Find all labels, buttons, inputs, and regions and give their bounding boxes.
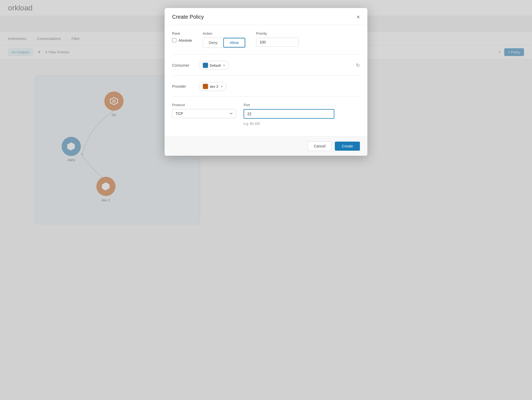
rank-action-priority-row: Rank Absolute Action Deny Allow <box>172 31 360 48</box>
create-button[interactable]: Create <box>335 142 360 151</box>
provider-row: Provider 🛡 dev 3 ▾ <box>172 82 360 91</box>
consumer-chevron: ▾ <box>223 64 225 67</box>
consumer-selector[interactable]: 🛡 Default ▾ <box>199 61 229 70</box>
cancel-button[interactable]: Cancel <box>308 141 332 151</box>
modal-title: Create Policy <box>172 14 204 20</box>
priority-label: Priority <box>256 31 299 35</box>
protocol-port-section: Protocol TCP UDP ICMP Any Port e.g. 80-1… <box>172 103 360 126</box>
consumer-row: Consumer 🛡 Default ▾ ↻ <box>172 61 360 70</box>
rank-label: Rank <box>172 31 192 35</box>
rank-group: Rank Absolute <box>172 31 192 42</box>
provider-label: Provider <box>172 84 193 89</box>
absolute-checkbox[interactable] <box>172 38 176 42</box>
consumer-icon: 🛡 <box>203 63 208 68</box>
refresh-button[interactable]: ↻ <box>356 62 360 68</box>
modal-close-button[interactable]: × <box>356 14 360 20</box>
absolute-label: Absolute <box>178 38 192 42</box>
action-group: Action Deny Allow <box>203 31 245 48</box>
priority-group: Priority <box>256 31 299 47</box>
create-policy-modal: Create Policy × Rank Absolute Action <box>165 8 367 156</box>
port-input[interactable] <box>244 109 334 119</box>
absolute-checkbox-label[interactable]: Absolute <box>172 38 192 42</box>
protocol-label: Protocol <box>172 103 236 107</box>
provider-icon: 🛡 <box>203 84 208 89</box>
priority-input[interactable] <box>256 38 299 47</box>
modal-body: Rank Absolute Action Deny Allow <box>165 25 367 136</box>
consumer-value: Default <box>210 63 221 67</box>
allow-button[interactable]: Allow <box>223 38 245 47</box>
port-hint: e.g. 80-100 <box>244 122 334 126</box>
modal-header: Create Policy × <box>165 8 367 25</box>
action-toggle: Deny Allow <box>203 38 245 48</box>
deny-button[interactable]: Deny <box>203 38 224 47</box>
provider-selector[interactable]: 🛡 dev 3 ▾ <box>199 82 227 91</box>
port-group: Port e.g. 80-100 <box>244 103 334 126</box>
provider-value: dev 3 <box>210 85 218 89</box>
modal-overlay: Create Policy × Rank Absolute Action <box>0 0 532 400</box>
divider-2 <box>172 75 360 75</box>
protocol-group: Protocol TCP UDP ICMP Any <box>172 103 236 126</box>
divider-3 <box>172 96 360 97</box>
port-label: Port <box>244 103 334 107</box>
action-label: Action <box>203 31 245 35</box>
divider-1 <box>172 54 360 54</box>
provider-chevron: ▾ <box>221 85 223 88</box>
modal-footer: Cancel Create <box>165 136 367 156</box>
consumer-label: Consumer <box>172 63 193 67</box>
protocol-select[interactable]: TCP UDP ICMP Any <box>172 109 236 118</box>
